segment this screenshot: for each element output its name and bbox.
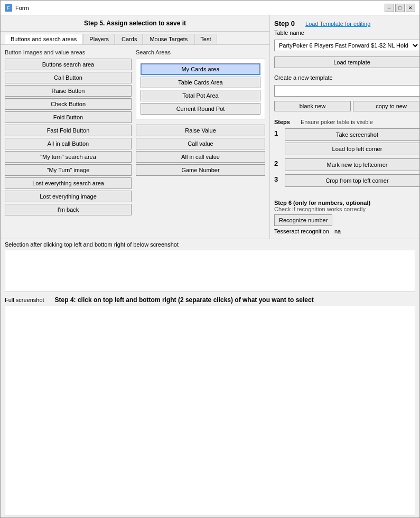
full-screenshot-label: Full screenshot	[5, 297, 44, 303]
panels-content: Button Images and value areas Buttons se…	[1, 45, 269, 220]
step-1-num: 1	[274, 129, 282, 137]
btn-fast-fold[interactable]: Fast Fold Button	[5, 125, 132, 136]
step-1-row: 1 Take screenshot Load fop left corner	[274, 128, 419, 155]
step0-header: Step 0	[274, 20, 295, 27]
btn-call-value[interactable]: Call value	[136, 138, 265, 149]
button-images-label: Button Images and value areas	[5, 49, 132, 55]
full-screenshot-header: Full screenshot Step 4: click on top lef…	[5, 296, 415, 304]
selection-area-section: Selection after clicking top left and bo…	[1, 239, 419, 294]
btn-im-back[interactable]: I'm back	[5, 204, 132, 215]
search-areas-box: My Cards area Table Cards Area Total Pot…	[136, 59, 265, 119]
create-template-btns: blank new copy to new	[274, 101, 419, 111]
step-2-row: 2 Mark new top leftcorner	[274, 158, 419, 171]
btn-game-number[interactable]: Game Number	[136, 164, 265, 176]
right-panel: Step 0 Load Template for editing Table n…	[270, 15, 419, 239]
load-template-button[interactable]: Load template	[274, 56, 419, 68]
create-template-input[interactable]	[274, 85, 419, 97]
btn-lost-everything-image[interactable]: Lost everything image	[5, 191, 132, 202]
btn-buttons-search-area[interactable]: Buttons search area	[5, 59, 132, 70]
step-3-btns: Crop from top left corner	[285, 174, 419, 187]
full-screenshot-section: Full screenshot Step 4: click on top lef…	[1, 294, 419, 517]
restore-button[interactable]: □	[395, 4, 405, 12]
btn-table-cards-area[interactable]: Table Cards Area	[141, 77, 260, 88]
selection-label: Selection after clicking top left and bo…	[5, 241, 415, 248]
table-name-dropdown-container: PartyPoker 6 Players Fast Forward $1-$2 …	[274, 40, 419, 51]
steps-header: Steps Ensure poker table is visible	[274, 119, 419, 125]
step0-top-row: Step 0 Load Template for editing	[274, 20, 419, 27]
btn-all-in-call-value[interactable]: All in call value	[136, 151, 265, 163]
button-images-panel: Button Images and value areas Buttons se…	[5, 49, 132, 215]
full-screenshot-instruction: Step 4: click on top left and bottom rig…	[55, 296, 314, 304]
step-2-num: 2	[274, 159, 282, 167]
value-buttons-list: Raise Value Call value All in call value…	[136, 125, 265, 176]
step-3-row: 3 Crop from top left corner	[274, 174, 419, 187]
close-button[interactable]: ✕	[406, 4, 415, 12]
steps-section: Steps Ensure poker table is visible 1 Ta…	[274, 119, 419, 190]
tab-cards[interactable]: Cards	[116, 34, 143, 44]
btn-current-round-pot[interactable]: Current Round Pot	[141, 103, 260, 115]
main-window: F Form − □ ✕ Step 5. Assign selection to…	[0, 0, 420, 518]
tab-players[interactable]: Players	[83, 34, 115, 44]
minimize-button[interactable]: −	[385, 4, 394, 12]
load-fop-left-corner-button[interactable]: Load fop left corner	[285, 143, 419, 155]
ensure-label: Ensure poker table is visible	[301, 119, 373, 125]
search-areas-label: Search Areas	[136, 49, 265, 55]
title-bar-text: Form	[15, 5, 385, 11]
create-template-label: Create a new template	[274, 74, 419, 81]
table-name-dropdown[interactable]: PartyPoker 6 Players Fast Forward $1-$2 …	[274, 40, 419, 51]
selection-canvas[interactable]	[5, 250, 415, 292]
btn-fold-button[interactable]: Fold Button	[5, 111, 132, 123]
btn-my-turn-image[interactable]: "My Turn" image	[5, 164, 132, 176]
left-panel: Step 5. Assign selection to save it Butt…	[1, 15, 270, 239]
tab-test[interactable]: Test	[194, 34, 217, 44]
load-template-link[interactable]: Load Template for editing	[305, 21, 370, 27]
search-areas-panel: Search Areas My Cards area Table Cards A…	[136, 49, 265, 215]
copy-to-new-button[interactable]: copy to new	[353, 101, 419, 111]
btn-call-button[interactable]: Call Button	[5, 72, 132, 83]
title-bar-controls: − □ ✕	[385, 4, 415, 12]
btn-my-cards-area[interactable]: My Cards area	[141, 63, 260, 75]
full-screenshot-canvas[interactable]	[5, 306, 415, 515]
tesseract-row: Tesseract recognition na	[274, 228, 419, 234]
app-icon: F	[5, 4, 12, 12]
search-areas-list: My Cards area Table Cards Area Total Pot…	[141, 63, 260, 115]
step-3-num: 3	[274, 175, 282, 183]
step5-header: Step 5. Assign selection to save it	[1, 15, 269, 32]
step6-subtitle: Check if recognition works correctly	[274, 206, 419, 212]
btn-raise-button[interactable]: Raise Button	[5, 85, 132, 97]
step-1-btns: Take screenshot Load fop left corner	[285, 128, 419, 155]
step6-title: Step 6 (only for numbers, optional)	[274, 200, 419, 206]
steps-label: Steps	[274, 119, 290, 125]
tabs-bar: Buttons and search areas Players Cards M…	[1, 32, 269, 45]
crop-from-top-left-corner-button[interactable]: Crop from top left corner	[285, 174, 419, 187]
tesseract-label: Tesseract recognition	[274, 228, 329, 234]
table-name-label: Table name	[274, 30, 419, 36]
tab-mouse-targets[interactable]: Mouse Targets	[144, 34, 193, 44]
tab-buttons-search[interactable]: Buttons and search areas	[5, 34, 82, 44]
btn-raise-value[interactable]: Raise Value	[136, 125, 265, 136]
mark-new-top-leftcorner-button[interactable]: Mark new top leftcorner	[285, 158, 419, 171]
step-2-btns: Mark new top leftcorner	[285, 158, 419, 171]
tesseract-value: na	[334, 228, 341, 234]
title-bar: F Form − □ ✕	[1, 1, 419, 15]
button-images-list: Buttons search area Call Button Raise Bu…	[5, 59, 132, 215]
btn-check-button[interactable]: Check Button	[5, 98, 132, 110]
step6-section: Step 6 (only for numbers, optional) Chec…	[274, 200, 419, 234]
blank-new-button[interactable]: blank new	[274, 101, 351, 111]
btn-all-in-call[interactable]: All in call Button	[5, 138, 132, 149]
btn-total-pot-area[interactable]: Total Pot Area	[141, 90, 260, 101]
take-screenshot-button[interactable]: Take screenshot	[285, 128, 419, 141]
btn-my-turn-search[interactable]: "My turn" search area	[5, 151, 132, 163]
recognize-number-button[interactable]: Recognize number	[274, 214, 332, 226]
btn-lost-everything-search[interactable]: Lost everything search area	[5, 177, 132, 189]
